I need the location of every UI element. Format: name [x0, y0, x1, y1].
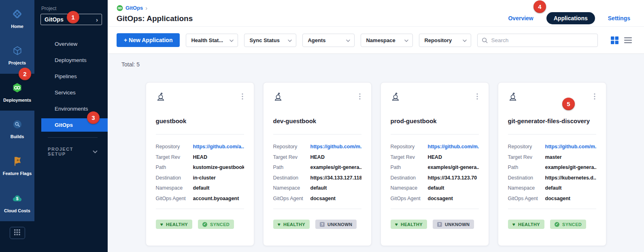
destination-value: https://kubernetes.d... — [545, 173, 596, 184]
annotation-marker-1: 1 — [67, 11, 79, 23]
breadcrumb-gitops-link[interactable]: GitOps — [125, 5, 143, 11]
tab-settings[interactable]: Settings — [608, 15, 630, 21]
tab-overview[interactable]: Overview — [508, 15, 533, 21]
target-rev-value: HEAD — [193, 152, 244, 163]
chevron-down-icon — [230, 36, 234, 44]
namespace-value: default — [193, 183, 244, 194]
target-rev-value: HEAD — [310, 152, 361, 163]
card-divider — [273, 209, 361, 209]
filter-repository[interactable]: Repository — [419, 34, 471, 47]
feature-flags-icon — [12, 156, 23, 168]
module-rail: Home Projects Deployments Builds — [0, 0, 34, 252]
rail-item-label: Feature Flags — [3, 171, 32, 176]
deployments-icon — [12, 82, 23, 95]
heart-icon: ♥ — [160, 222, 164, 227]
question-icon: ? — [320, 222, 325, 227]
kebab-menu-icon[interactable] — [358, 92, 361, 102]
rail-item-feature-flags[interactable]: Feature Flags — [0, 147, 34, 184]
card-divider — [508, 209, 596, 209]
rail-item-deployments[interactable]: Deployments — [0, 74, 34, 111]
namespace-value: default — [310, 183, 361, 194]
filter-namespace[interactable]: Namespace — [361, 34, 413, 47]
repository-link[interactable]: https://github.com/m... — [545, 142, 596, 152]
rail-item-cloud-costs[interactable]: $ Cloud Costs — [0, 184, 34, 221]
rail-item-label: Builds — [11, 134, 24, 139]
sync-status-badge: ?UNKNOWN — [315, 220, 357, 229]
sidebar-item-deployments[interactable]: Deployments — [41, 52, 108, 68]
gitops-icon — [117, 5, 123, 11]
card-divider — [391, 134, 479, 135]
card-divider — [273, 134, 361, 135]
path-value: examples/git-genera... — [428, 162, 479, 173]
health-status-badge: ♥HEALTHY — [273, 220, 310, 229]
chevron-down-icon — [463, 36, 467, 44]
health-status-badge: ♥HEALTHY — [391, 220, 427, 229]
rail-item-label: Deployments — [3, 98, 31, 103]
header-tabs: Overview Applications Settings — [508, 10, 630, 26]
gitops-agent-value: docsagent — [545, 194, 596, 204]
project-setup-label: PROJECT SETUP — [48, 147, 93, 156]
heart-icon: ♥ — [395, 222, 398, 227]
breadcrumb: GitOps › — [117, 4, 193, 11]
rail-item-projects[interactable]: Projects — [0, 37, 34, 74]
card-divider — [508, 134, 596, 135]
rail-bottom — [0, 221, 34, 252]
application-card[interactable]: guestbook Repositoryhttps://github.com/a… — [146, 82, 254, 246]
gitops-agent-value: docsagent — [310, 194, 361, 204]
list-view-icon[interactable] — [624, 37, 632, 43]
kebab-menu-icon[interactable] — [476, 92, 479, 102]
svg-text:$: $ — [16, 196, 19, 201]
repository-link[interactable]: https://github.com/a... — [193, 142, 244, 152]
application-card[interactable]: dev-guestbook Repositoryhttps://github.c… — [263, 82, 372, 246]
kebab-menu-icon[interactable] — [593, 92, 596, 102]
card-divider — [391, 209, 479, 209]
path-value: examples/git-genera... — [545, 162, 596, 173]
annotation-marker-2: 2 — [19, 68, 31, 80]
filter-health-status[interactable]: Health Stat... — [186, 34, 238, 47]
sidebar-item-overview[interactable]: Overview — [41, 36, 108, 52]
card-divider — [156, 134, 244, 135]
projects-icon — [12, 45, 23, 58]
builds-icon — [12, 119, 23, 131]
sidebar-divider — [48, 137, 98, 138]
cloud-costs-icon: $ — [12, 193, 23, 205]
sync-status-badge: ✓SYNCED — [198, 220, 234, 229]
destination-value: https://34.173.123.70 — [428, 173, 479, 184]
rail-item-label: Home — [11, 24, 23, 29]
application-name: guestbook — [156, 117, 244, 124]
total-count: Total: 5 — [121, 61, 644, 68]
repository-link[interactable]: https://github.com/m... — [428, 142, 479, 152]
annotation-marker-3: 3 — [87, 111, 100, 124]
grid-view-icon[interactable] — [611, 36, 618, 44]
filter-agents[interactable]: Agents — [302, 34, 355, 47]
annotation-marker-4: 4 — [533, 0, 546, 13]
application-card[interactable]: prod-guestbook Repositoryhttps://github.… — [380, 82, 489, 246]
target-rev-value: HEAD — [428, 152, 479, 163]
argo-app-icon — [156, 92, 166, 104]
search-input[interactable] — [491, 37, 593, 43]
sync-status-badge: ?UNKNOWN — [433, 220, 474, 229]
rail-item-home[interactable]: Home — [0, 0, 34, 37]
repository-link[interactable]: https://github.com/m... — [310, 142, 361, 152]
argo-app-icon — [508, 92, 518, 104]
target-rev-value: master — [545, 152, 596, 163]
new-application-button[interactable]: + New Application — [117, 33, 180, 47]
main-content: GitOps › GitOps: Applications Overview A… — [108, 0, 644, 252]
rail-item-builds[interactable]: Builds — [0, 111, 34, 147]
all-modules-button[interactable] — [10, 227, 25, 239]
sidebar-item-services[interactable]: Services — [41, 84, 108, 100]
tab-applications[interactable]: Applications — [546, 12, 595, 24]
page-title: GitOps: Applications — [117, 14, 193, 23]
sidebar-item-pipelines[interactable]: Pipelines — [41, 68, 108, 84]
application-fields: Repositoryhttps://github.com/m... Target… — [391, 142, 479, 204]
chevron-down-icon — [346, 36, 350, 44]
filter-sync-status[interactable]: Sync Status — [244, 34, 296, 47]
application-name: prod-guestbook — [391, 117, 479, 124]
project-setup-toggle[interactable]: PROJECT SETUP — [48, 147, 98, 156]
heart-icon: ♥ — [278, 222, 281, 227]
kebab-menu-icon[interactable] — [241, 92, 244, 102]
application-card[interactable]: git-generator-files-discovery Repository… — [498, 82, 606, 246]
application-fields: Repositoryhttps://github.com/m... Target… — [508, 142, 596, 204]
chevron-right-icon: › — [96, 17, 98, 23]
rail-item-label: Cloud Costs — [4, 208, 30, 213]
